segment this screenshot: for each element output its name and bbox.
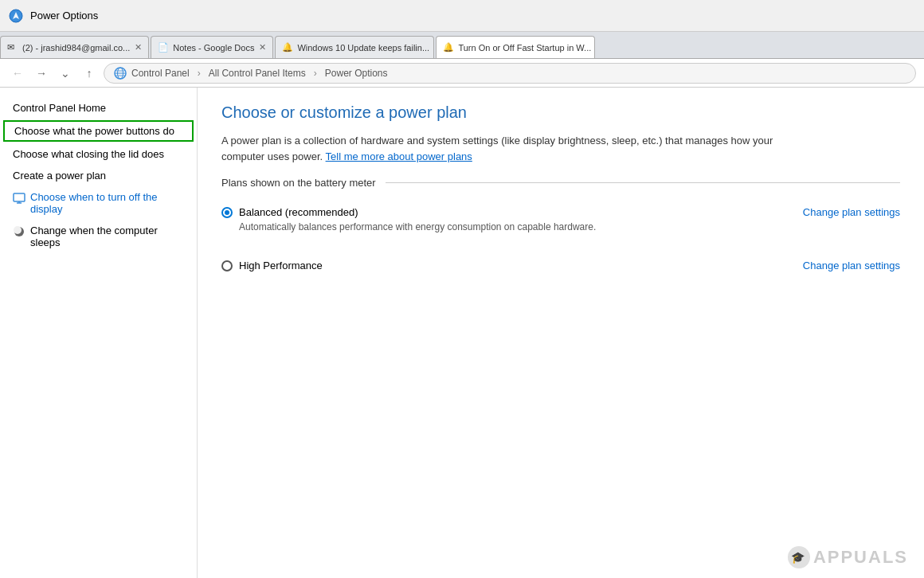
tab-label-docs: Notes - Google Docs bbox=[173, 43, 254, 53]
sidebar-label-home: Control Panel Home bbox=[13, 102, 106, 114]
app-icon bbox=[8, 8, 24, 24]
sidebar-item-sleep[interactable]: Change when the computer sleeps bbox=[0, 220, 197, 253]
address-bar: ← → ⌄ ↑ Control Panel › All Control Pane… bbox=[0, 59, 924, 88]
description-body: A power plan is a collection of hardware… bbox=[221, 135, 773, 162]
back-button[interactable]: ← bbox=[8, 64, 27, 83]
watermark-icon: 🎓 bbox=[788, 546, 810, 568]
window-content: Control Panel Home Choose what the power… bbox=[0, 88, 924, 578]
breadcrumb-sep-1: › bbox=[198, 68, 201, 79]
change-settings-high-performance[interactable]: Change plan settings bbox=[803, 260, 900, 271]
breadcrumb-all-items[interactable]: All Control Panel Items bbox=[209, 68, 306, 79]
tab-fast-startup[interactable]: 🔔 Turn On or Off Fast Startup in W... ✕ bbox=[436, 36, 595, 58]
section-divider bbox=[386, 182, 900, 183]
sleep-icon bbox=[13, 225, 25, 240]
svg-rect-7 bbox=[14, 193, 25, 201]
up-button[interactable]: ↑ bbox=[80, 64, 99, 83]
plan-desc-balanced: Automatically balances performance with … bbox=[239, 221, 900, 232]
forward-button[interactable]: → bbox=[32, 64, 51, 83]
plan-name-high-performance: High Performance bbox=[239, 260, 323, 271]
tab-windows-update[interactable]: 🔔 Windows 10 Update keeps failin... ✕ bbox=[275, 36, 434, 58]
page-title: Choose or customize a power plan bbox=[221, 103, 900, 122]
tab-favicon-gmail: ✉ bbox=[7, 42, 18, 53]
plan-name-balanced: Balanced (recommended) bbox=[239, 206, 358, 218]
title-bar: Power Options bbox=[0, 0, 924, 32]
watermark-text: APPUALS bbox=[813, 547, 908, 568]
display-icon bbox=[13, 192, 25, 207]
radio-high-performance[interactable] bbox=[221, 260, 233, 271]
sidebar-label-sleep: Change when the computer sleeps bbox=[30, 225, 184, 248]
tab-favicon-docs: 📄 bbox=[158, 42, 169, 53]
radio-balanced[interactable] bbox=[221, 207, 233, 218]
sidebar: Control Panel Home Choose what the power… bbox=[0, 88, 198, 578]
dropdown-button[interactable]: ⌄ bbox=[56, 64, 75, 83]
sidebar-label-closing-lid: Choose what closing the lid does bbox=[13, 148, 164, 160]
section-label: Plans shown on the battery meter bbox=[221, 177, 376, 189]
tab-gmail[interactable]: ✉ (2) - jrashid984@gmail.co... ✕ bbox=[0, 36, 149, 58]
sidebar-item-power-buttons[interactable]: Choose what the power buttons do bbox=[3, 120, 194, 142]
tab-docs[interactable]: 📄 Notes - Google Docs ✕ bbox=[151, 36, 273, 58]
sidebar-item-control-panel-home[interactable]: Control Panel Home bbox=[0, 97, 197, 119]
tab-favicon-startup: 🔔 bbox=[443, 42, 454, 53]
breadcrumb-power-options[interactable]: Power Options bbox=[325, 68, 388, 79]
plan-left-hp: High Performance bbox=[221, 260, 323, 271]
tab-close-docs[interactable]: ✕ bbox=[259, 42, 266, 53]
plan-item-high-performance: High Performance Change plan settings bbox=[221, 253, 900, 278]
learn-more-link[interactable]: Tell me more about power plans bbox=[326, 150, 472, 162]
plan-row-high-performance: High Performance Change plan settings bbox=[221, 260, 900, 271]
window-title: Power Options bbox=[30, 10, 98, 21]
tab-favicon-update: 🔔 bbox=[282, 42, 293, 53]
sidebar-label-create-plan: Create a power plan bbox=[13, 170, 106, 182]
sidebar-item-turn-off-display[interactable]: Choose when to turn off the display bbox=[0, 186, 197, 220]
globe-icon bbox=[114, 67, 127, 80]
sidebar-item-create-plan[interactable]: Create a power plan bbox=[0, 165, 197, 186]
sidebar-item-closing-lid[interactable]: Choose what closing the lid does bbox=[0, 143, 197, 165]
tab-label-gmail: (2) - jrashid984@gmail.co... bbox=[22, 43, 130, 53]
main-content: Choose or customize a power plan A power… bbox=[198, 88, 924, 578]
plan-left-balanced: Balanced (recommended) bbox=[221, 206, 358, 218]
change-settings-balanced[interactable]: Change plan settings bbox=[803, 206, 900, 218]
breadcrumb-sep-2: › bbox=[314, 68, 317, 79]
svg-point-11 bbox=[14, 226, 22, 234]
tabs-bar: ✉ (2) - jrashid984@gmail.co... ✕ 📄 Notes… bbox=[0, 32, 924, 59]
plan-item-balanced: Balanced (recommended) Change plan setti… bbox=[221, 200, 900, 239]
watermark: 🎓 APPUALS bbox=[788, 546, 908, 568]
sidebar-label-power-buttons: Choose what the power buttons do bbox=[14, 125, 174, 137]
section-header: Plans shown on the battery meter bbox=[221, 177, 900, 189]
tab-label-update: Windows 10 Update keeps failin... bbox=[297, 43, 429, 53]
breadcrumb-control-panel[interactable]: Control Panel bbox=[131, 68, 190, 79]
address-input[interactable]: Control Panel › All Control Panel Items … bbox=[104, 63, 916, 84]
radio-dot-balanced bbox=[225, 210, 229, 215]
plan-row-balanced: Balanced (recommended) Change plan setti… bbox=[221, 206, 900, 218]
tab-close-gmail[interactable]: ✕ bbox=[135, 42, 142, 53]
sidebar-link-display[interactable]: Choose when to turn off the display bbox=[30, 191, 184, 215]
tab-label-startup: Turn On or Off Fast Startup in W... bbox=[458, 43, 591, 53]
description-text: A power plan is a collection of hardware… bbox=[221, 133, 803, 164]
